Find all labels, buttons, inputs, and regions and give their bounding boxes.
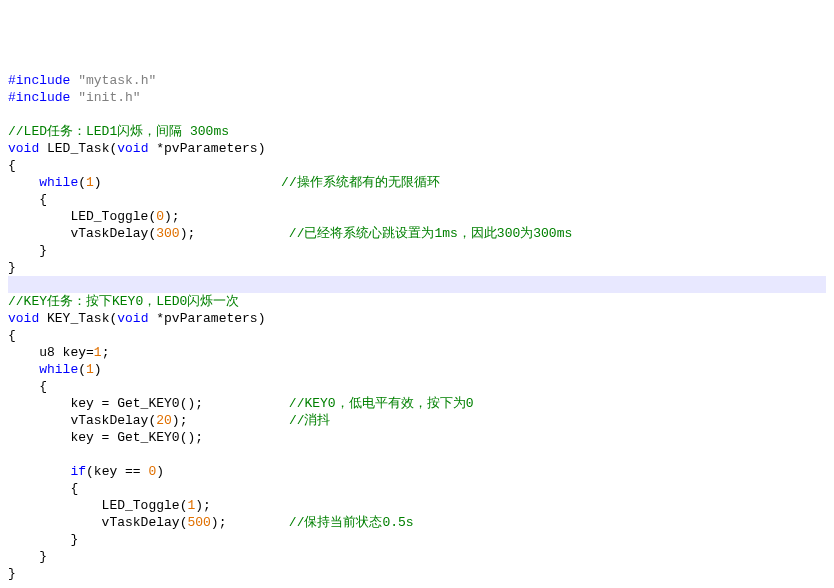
code-line[interactable]: void KEY_Task(void *pvParameters): [8, 310, 826, 327]
code-token-txt: key = Get_KEY0();: [8, 396, 289, 411]
code-token-txt: (: [78, 175, 86, 190]
code-token-txt: ;: [102, 345, 110, 360]
code-token-num: 0: [156, 209, 164, 224]
code-token-num: 1: [86, 362, 94, 377]
code-token-kw: while: [39, 362, 78, 377]
code-token-num: 1: [94, 345, 102, 360]
code-token-num: 300: [156, 226, 179, 241]
code-token-cmt: //LED任务：LED1闪烁，间隔 300ms: [8, 124, 229, 139]
code-token-cmt: //已经将系统心跳设置为1ms，因此300为300ms: [289, 226, 572, 241]
code-line[interactable]: [8, 446, 826, 463]
code-line[interactable]: {: [8, 157, 826, 174]
code-token-txt: }: [8, 566, 16, 581]
code-token-txt: *pvParameters): [148, 311, 265, 326]
code-token-kw: void: [8, 311, 39, 326]
code-line[interactable]: [8, 106, 826, 123]
code-line[interactable]: vTaskDelay(20); //消抖: [8, 412, 826, 429]
code-token-str: "init.h": [78, 90, 140, 105]
code-token-txt: );: [172, 413, 289, 428]
code-token-txt: u8 key=: [8, 345, 94, 360]
code-token-txt: (key ==: [86, 464, 148, 479]
code-token-cmt: //消抖: [289, 413, 331, 428]
code-token-kw: void: [8, 141, 39, 156]
code-token-num: 500: [187, 515, 210, 530]
code-token-txt: {: [8, 158, 16, 173]
code-token-txt: *pvParameters): [148, 141, 265, 156]
code-token-txt: }: [8, 243, 47, 258]
code-line[interactable]: #include "init.h": [8, 89, 826, 106]
code-line[interactable]: {: [8, 191, 826, 208]
code-token-kw: void: [117, 311, 148, 326]
code-token-txt: LED_Toggle(: [8, 498, 187, 513]
code-token-kw: while: [39, 175, 78, 190]
code-token-txt: [8, 362, 39, 377]
code-token-num: 20: [156, 413, 172, 428]
code-line[interactable]: key = Get_KEY0();: [8, 429, 826, 446]
code-line[interactable]: [8, 276, 826, 293]
code-editor[interactable]: #include "mytask.h"#include "init.h" //L…: [8, 72, 826, 582]
code-line[interactable]: {: [8, 480, 826, 497]
code-line[interactable]: //KEY任务：按下KEY0，LED0闪烁一次: [8, 293, 826, 310]
code-token-txt: }: [8, 549, 47, 564]
code-line[interactable]: if(key == 0): [8, 463, 826, 480]
code-token-txt: ): [94, 362, 102, 377]
code-line[interactable]: }: [8, 242, 826, 259]
code-line[interactable]: key = Get_KEY0(); //KEY0，低电平有效，按下为0: [8, 395, 826, 412]
code-token-txt: LED_Task(: [39, 141, 117, 156]
code-token-txt: vTaskDelay(: [8, 226, 156, 241]
code-token-cmt: //KEY0，低电平有效，按下为0: [289, 396, 474, 411]
code-token-cmt: //操作系统都有的无限循环: [281, 175, 440, 190]
code-line[interactable]: }: [8, 259, 826, 276]
code-line[interactable]: {: [8, 327, 826, 344]
code-token-kw: #include: [8, 73, 78, 88]
code-token-cmt: //保持当前状态0.5s: [289, 515, 414, 530]
code-token-txt: LED_Toggle(: [8, 209, 156, 224]
code-line[interactable]: #include "mytask.h": [8, 72, 826, 89]
code-token-txt: {: [8, 328, 16, 343]
code-token-cmt: //KEY任务：按下KEY0，LED0闪烁一次: [8, 294, 239, 309]
code-token-txt: vTaskDelay(: [8, 515, 187, 530]
code-token-kw: if: [70, 464, 86, 479]
code-token-num: 1: [86, 175, 94, 190]
code-line[interactable]: while(1) //操作系统都有的无限循环: [8, 174, 826, 191]
code-token-txt: vTaskDelay(: [8, 413, 156, 428]
code-token-str: "mytask.h": [78, 73, 156, 88]
code-line[interactable]: LED_Toggle(0);: [8, 208, 826, 225]
code-token-txt: );: [180, 226, 289, 241]
code-token-txt: ): [94, 175, 281, 190]
code-line[interactable]: }: [8, 531, 826, 548]
code-token-kw: #include: [8, 90, 78, 105]
code-token-txt: );: [164, 209, 180, 224]
code-line[interactable]: {: [8, 378, 826, 395]
code-token-txt: {: [8, 192, 47, 207]
code-token-txt: );: [195, 498, 211, 513]
code-token-txt: {: [8, 379, 47, 394]
code-line[interactable]: void LED_Task(void *pvParameters): [8, 140, 826, 157]
code-line[interactable]: LED_Toggle(1);: [8, 497, 826, 514]
code-line[interactable]: }: [8, 565, 826, 582]
code-token-txt: KEY_Task(: [39, 311, 117, 326]
code-line[interactable]: vTaskDelay(300); //已经将系统心跳设置为1ms，因此300为3…: [8, 225, 826, 242]
code-token-txt: }: [8, 260, 16, 275]
code-token-txt: [8, 175, 39, 190]
code-line[interactable]: u8 key=1;: [8, 344, 826, 361]
code-token-txt: );: [211, 515, 289, 530]
code-token-txt: ): [156, 464, 164, 479]
code-token-txt: (: [78, 362, 86, 377]
code-token-txt: key = Get_KEY0();: [8, 430, 203, 445]
code-token-txt: {: [8, 481, 78, 496]
code-line[interactable]: while(1): [8, 361, 826, 378]
code-line[interactable]: vTaskDelay(500); //保持当前状态0.5s: [8, 514, 826, 531]
code-line[interactable]: }: [8, 548, 826, 565]
code-line[interactable]: //LED任务：LED1闪烁，间隔 300ms: [8, 123, 826, 140]
code-token-txt: [8, 464, 70, 479]
code-token-txt: }: [8, 532, 78, 547]
code-token-kw: void: [117, 141, 148, 156]
